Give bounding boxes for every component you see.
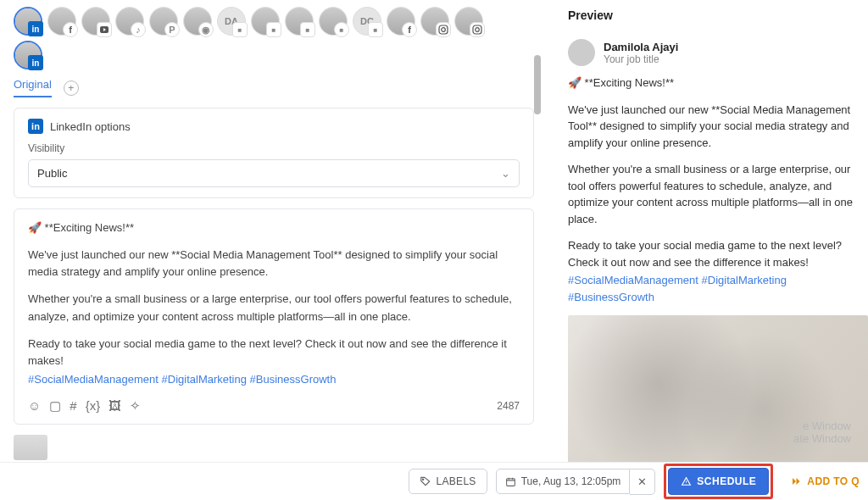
account-bubble[interactable]: DC■ <box>353 7 381 36</box>
svg-rect-3 <box>473 25 481 34</box>
tab-original[interactable]: Original <box>14 78 52 97</box>
ig-icon <box>470 22 485 37</box>
composer-tools: ☺ ▢ # {x} 🖼 ✧ <box>28 398 141 414</box>
svg-point-5 <box>422 479 423 480</box>
schedule-date-chip: Tue, Aug 13, 12:05pm ✕ <box>496 469 656 495</box>
svg-rect-1 <box>439 25 448 34</box>
schedule-date-button[interactable]: Tue, Aug 13, 12:05pm <box>496 469 631 494</box>
account-bubble[interactable]: in <box>14 41 42 69</box>
preview-author: Damilola Ajayi Your job title <box>568 39 868 66</box>
post-p2: Whether you're a small business or a lar… <box>28 291 520 325</box>
chevron-down-icon: ⌄ <box>501 167 510 180</box>
preview-headline: 🚀 **Exciting News!** <box>568 75 868 92</box>
preview-name: Damilola Ajayi <box>604 41 678 53</box>
schedule-text: SCHEDULE <box>697 475 756 487</box>
queue-icon <box>790 476 802 486</box>
account-bubble[interactable]: ◉ <box>183 7 212 36</box>
yt-icon <box>97 22 112 37</box>
post-text[interactable]: 🚀 **Exciting News!** We've just launched… <box>28 219 520 388</box>
svg-point-2 <box>442 28 446 32</box>
image-icon[interactable]: ▢ <box>49 398 61 414</box>
account-bubble[interactable] <box>454 7 483 36</box>
tt-icon: ♪ <box>131 22 146 37</box>
preview-hashtags: #SocialMediaManagement #DigitalMarketing… <box>568 272 868 305</box>
sq-icon: ■ <box>266 22 281 37</box>
bf-icon: ■ <box>334 22 349 37</box>
calendar-icon <box>505 476 516 487</box>
account-bubble[interactable]: ■ <box>251 7 280 36</box>
preview-image <box>568 315 868 462</box>
visibility-value: Public <box>37 167 67 180</box>
post-p1: We've just launched our new **Social Med… <box>28 247 520 281</box>
account-bubble[interactable]: in <box>14 7 42 36</box>
composer-card: 🚀 **Exciting News!** We've just launched… <box>14 208 534 425</box>
attached-thumb[interactable] <box>14 435 47 460</box>
linkedin-options-card: in LinkedIn options Visibility Public ⌄ <box>14 108 534 198</box>
linkedin-icon: in <box>28 21 43 36</box>
preview-subtitle: Your job title <box>604 53 678 65</box>
pin-icon: P <box>164 22 180 37</box>
preview-p2: Whether you're a small business or a lar… <box>568 161 868 227</box>
tag-icon <box>420 475 431 487</box>
account-bubble[interactable]: P <box>149 7 178 36</box>
linkedin-options-title: LinkedIn options <box>50 120 131 133</box>
sq-icon: ■ <box>232 22 248 37</box>
left-scrollbar[interactable] <box>534 0 541 462</box>
account-bubble[interactable] <box>81 7 110 36</box>
account-bubble[interactable]: f <box>387 7 415 36</box>
composer-tabs: Original + <box>14 78 534 97</box>
svg-point-4 <box>476 28 480 32</box>
linkedin-icon: in <box>28 55 43 70</box>
add-tab-button[interactable]: + <box>64 81 79 96</box>
accounts-row-1: inf♪P◉DA■■■■DC■f <box>14 7 534 36</box>
tb-icon: ■ <box>300 22 315 37</box>
avatar <box>568 39 595 66</box>
ai-icon[interactable]: ✧ <box>130 398 141 414</box>
sq-icon: ■ <box>368 22 383 37</box>
fb-icon: f <box>63 22 78 37</box>
account-bubble[interactable]: ■ <box>319 7 348 36</box>
svg-rect-6 <box>506 478 515 486</box>
rd-icon: ◉ <box>198 22 214 37</box>
bottom-bar: LABELS Tue, Aug 13, 12:05pm ✕ SCHEDULE A… <box>0 462 868 500</box>
gallery-icon[interactable]: 🖼 <box>108 398 121 414</box>
accounts-row-2: in <box>14 41 534 69</box>
char-count: 2487 <box>497 400 520 412</box>
preview-p3: Ready to take your social media game to … <box>568 237 868 270</box>
schedule-button[interactable]: SCHEDULE <box>668 468 769 495</box>
add-to-queue-text: ADD TO Q <box>807 475 860 487</box>
ig-icon <box>436 22 451 37</box>
visibility-select[interactable]: Public ⌄ <box>28 159 520 187</box>
hash-icon[interactable]: # <box>70 398 76 414</box>
post-hashtags: #SocialMediaManagement #DigitalMarketing… <box>28 371 520 388</box>
linkedin-icon: in <box>28 119 43 134</box>
account-bubble[interactable]: ♪ <box>115 7 144 36</box>
labels-button[interactable]: LABELS <box>409 469 487 494</box>
account-bubble[interactable]: ■ <box>285 7 314 36</box>
account-bubble[interactable]: DA■ <box>217 7 246 36</box>
fb-icon: f <box>402 22 417 37</box>
account-bubble[interactable]: f <box>47 7 76 36</box>
preview-p1: We've just launched our new **Social Med… <box>568 102 868 152</box>
clear-date-button[interactable]: ✕ <box>630 469 655 495</box>
account-bubble[interactable] <box>420 7 449 36</box>
variable-icon[interactable]: {x} <box>86 398 101 414</box>
schedule-date-text: Tue, Aug 13, 12:05pm <box>521 475 621 487</box>
emoji-icon[interactable]: ☺ <box>28 398 41 414</box>
add-to-queue-button[interactable]: ADD TO Q <box>782 469 863 493</box>
visibility-label: Visibility <box>28 142 520 154</box>
preview-title: Preview <box>568 8 868 22</box>
post-headline: 🚀 **Exciting News!** <box>28 219 520 236</box>
post-p3: Ready to take your social media game to … <box>28 336 520 369</box>
schedule-highlight: SCHEDULE <box>664 464 773 499</box>
schedule-icon <box>681 476 692 487</box>
preview-body: 🚀 **Exciting News!** We've just launched… <box>568 75 868 305</box>
labels-text: LABELS <box>437 475 476 487</box>
